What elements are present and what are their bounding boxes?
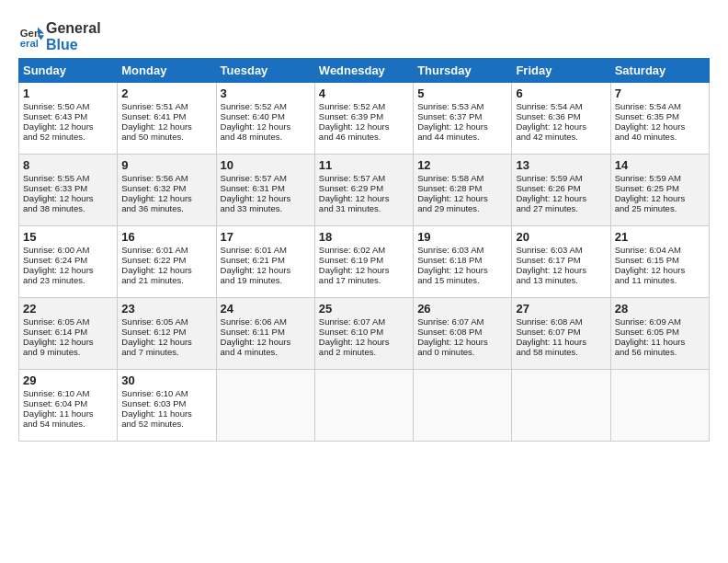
day-info: Daylight: 11 hours xyxy=(23,408,113,419)
calendar-cell xyxy=(414,370,512,442)
day-info: Sunset: 6:17 PM xyxy=(516,255,606,265)
calendar-cell: 18Sunrise: 6:02 AMSunset: 6:19 PMDayligh… xyxy=(314,226,413,298)
day-info: Sunset: 6:36 PM xyxy=(516,111,606,121)
day-info: Sunrise: 5:50 AM xyxy=(23,101,113,111)
day-info: Sunset: 6:25 PM xyxy=(615,183,705,193)
calendar-cell: 20Sunrise: 6:03 AMSunset: 6:17 PMDayligh… xyxy=(512,226,610,298)
calendar-cell: 5Sunrise: 5:53 AMSunset: 6:37 PMDaylight… xyxy=(414,83,512,155)
day-number: 20 xyxy=(516,230,606,244)
calendar-cell: 28Sunrise: 6:09 AMSunset: 6:05 PMDayligh… xyxy=(610,298,709,370)
day-info: Sunrise: 6:06 AM xyxy=(221,316,311,327)
day-info: Sunset: 6:26 PM xyxy=(516,183,606,193)
day-info: Sunset: 6:31 PM xyxy=(221,183,311,193)
day-info: Sunrise: 5:53 AM xyxy=(417,101,507,111)
day-info: Sunset: 6:18 PM xyxy=(417,255,507,265)
day-info: and 17 minutes. xyxy=(319,275,409,285)
day-info: and 46 minutes. xyxy=(319,132,409,142)
calendar-cell: 2Sunrise: 5:51 AMSunset: 6:41 PMDaylight… xyxy=(118,83,216,155)
calendar-cell: 23Sunrise: 6:05 AMSunset: 6:12 PMDayligh… xyxy=(118,298,216,370)
day-number: 23 xyxy=(121,302,211,316)
calendar-cell: 8Sunrise: 5:55 AMSunset: 6:33 PMDaylight… xyxy=(19,155,118,226)
day-info: Sunrise: 5:54 AM xyxy=(615,101,705,111)
day-info: and 48 minutes. xyxy=(221,132,311,142)
logo: Gen eral General Blue xyxy=(18,20,101,52)
day-info: Daylight: 11 hours xyxy=(615,337,705,347)
day-info: Sunset: 6:37 PM xyxy=(417,111,507,121)
calendar-body: 1Sunrise: 5:50 AMSunset: 6:43 PMDaylight… xyxy=(19,83,710,442)
day-info: Daylight: 12 hours xyxy=(615,265,705,275)
day-info: Sunrise: 5:57 AM xyxy=(221,173,311,183)
day-info: Sunrise: 6:09 AM xyxy=(615,316,705,327)
day-info: Sunrise: 5:54 AM xyxy=(516,101,606,111)
day-number: 9 xyxy=(121,158,211,172)
day-info: Sunrise: 6:01 AM xyxy=(221,245,311,255)
day-info: Sunset: 6:33 PM xyxy=(23,183,113,193)
day-info: and 13 minutes. xyxy=(516,275,606,285)
calendar-week-5: 29Sunrise: 6:10 AMSunset: 6:04 PMDayligh… xyxy=(19,370,710,442)
day-number: 1 xyxy=(23,86,113,100)
day-info: Daylight: 12 hours xyxy=(319,337,409,347)
day-info: Sunset: 6:19 PM xyxy=(319,255,409,265)
day-info: Daylight: 12 hours xyxy=(319,193,409,203)
day-info: Sunrise: 6:04 AM xyxy=(615,245,705,255)
day-number: 19 xyxy=(417,230,507,244)
header-cell-saturday: Saturday xyxy=(610,59,709,83)
calendar-cell: 19Sunrise: 6:03 AMSunset: 6:18 PMDayligh… xyxy=(414,226,512,298)
day-info: Daylight: 12 hours xyxy=(319,121,409,132)
day-info: and 23 minutes. xyxy=(23,275,113,285)
day-info: Sunrise: 5:59 AM xyxy=(516,173,606,183)
calendar-table: SundayMondayTuesdayWednesdayThursdayFrid… xyxy=(18,58,710,442)
day-number: 30 xyxy=(121,373,211,387)
calendar-cell: 15Sunrise: 6:00 AMSunset: 6:24 PMDayligh… xyxy=(19,226,118,298)
day-info: and 2 minutes. xyxy=(319,347,409,357)
calendar-cell xyxy=(216,370,314,442)
svg-text:eral: eral xyxy=(20,37,39,48)
day-info: Sunrise: 6:01 AM xyxy=(121,245,211,255)
logo-icon: Gen eral xyxy=(18,24,44,50)
day-info: Daylight: 12 hours xyxy=(319,265,409,275)
day-info: Daylight: 12 hours xyxy=(121,337,211,347)
day-info: Daylight: 12 hours xyxy=(417,337,507,347)
day-number: 12 xyxy=(417,158,507,172)
day-info: Daylight: 12 hours xyxy=(516,265,606,275)
day-info: and 40 minutes. xyxy=(615,132,705,142)
calendar-week-1: 1Sunrise: 5:50 AMSunset: 6:43 PMDaylight… xyxy=(19,83,710,155)
day-info: and 21 minutes. xyxy=(121,275,211,285)
day-info: Sunset: 6:29 PM xyxy=(319,183,409,193)
day-info: Sunrise: 5:52 AM xyxy=(319,101,409,111)
calendar-week-3: 15Sunrise: 6:00 AMSunset: 6:24 PMDayligh… xyxy=(19,226,710,298)
day-info: Sunrise: 6:03 AM xyxy=(417,245,507,255)
day-info: Sunset: 6:22 PM xyxy=(121,255,211,265)
day-info: and 19 minutes. xyxy=(221,275,311,285)
calendar-cell: 17Sunrise: 6:01 AMSunset: 6:21 PMDayligh… xyxy=(216,226,314,298)
header: Gen eral General Blue xyxy=(18,17,710,52)
day-info: Sunset: 6:43 PM xyxy=(23,111,113,121)
day-info: Sunset: 6:14 PM xyxy=(23,327,113,337)
day-info: and 56 minutes. xyxy=(615,347,705,357)
day-number: 15 xyxy=(23,230,113,244)
day-info: Sunrise: 6:03 AM xyxy=(516,245,606,255)
day-number: 13 xyxy=(516,158,606,172)
logo-text-line1: General xyxy=(46,20,101,37)
day-info: and 25 minutes. xyxy=(615,203,705,213)
day-number: 14 xyxy=(615,158,705,172)
day-info: and 27 minutes. xyxy=(516,203,606,213)
day-info: Sunset: 6:28 PM xyxy=(417,183,507,193)
day-info: Sunrise: 5:55 AM xyxy=(23,173,113,183)
day-info: Sunset: 6:08 PM xyxy=(417,327,507,337)
day-info: Daylight: 12 hours xyxy=(23,337,113,347)
day-number: 11 xyxy=(319,158,409,172)
day-info: Sunrise: 5:59 AM xyxy=(615,173,705,183)
day-info: Daylight: 12 hours xyxy=(121,265,211,275)
day-number: 3 xyxy=(221,86,311,100)
day-info: Sunrise: 6:00 AM xyxy=(23,245,113,255)
day-number: 26 xyxy=(417,302,507,316)
day-info: Sunset: 6:05 PM xyxy=(615,327,705,337)
day-info: Daylight: 12 hours xyxy=(221,121,311,132)
calendar-cell: 4Sunrise: 5:52 AMSunset: 6:39 PMDaylight… xyxy=(314,83,413,155)
day-info: and 52 minutes. xyxy=(121,419,211,429)
day-info: Daylight: 12 hours xyxy=(221,265,311,275)
calendar-cell: 6Sunrise: 5:54 AMSunset: 6:36 PMDaylight… xyxy=(512,83,610,155)
day-info: Sunset: 6:39 PM xyxy=(319,111,409,121)
calendar-cell: 13Sunrise: 5:59 AMSunset: 6:26 PMDayligh… xyxy=(512,155,610,226)
